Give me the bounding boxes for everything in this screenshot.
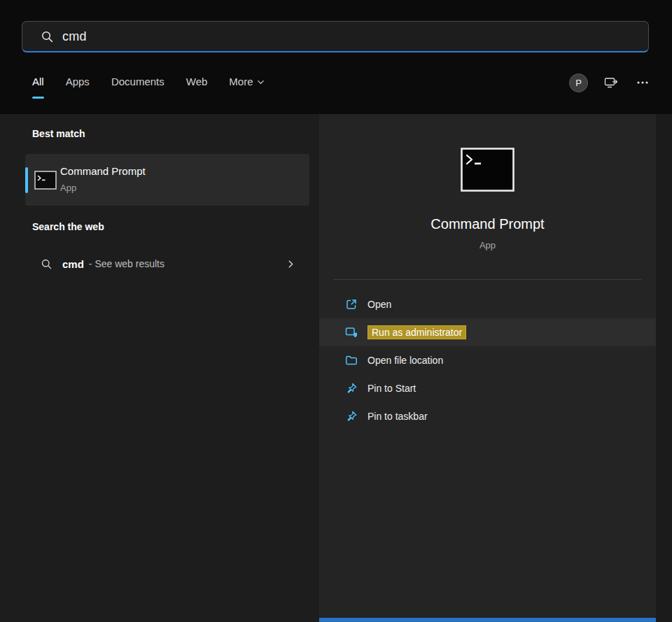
- tab-more[interactable]: More: [229, 73, 264, 99]
- preview-panel: Command Prompt App Open: [319, 114, 656, 622]
- action-open-file-location[interactable]: Open file location: [319, 346, 656, 374]
- action-pin-to-taskbar[interactable]: Pin to taskbar: [319, 402, 656, 430]
- context-actions: Open Run as administrator Open file: [319, 290, 656, 430]
- tab-apps[interactable]: Apps: [66, 73, 90, 99]
- search-value: cmd: [62, 29, 87, 44]
- web-result-suffix: - See web results: [89, 258, 164, 269]
- result-title: Command Prompt: [60, 165, 146, 177]
- pin-icon: [345, 410, 358, 423]
- more-options-icon[interactable]: [634, 74, 651, 91]
- best-match-heading: Best match: [32, 128, 85, 139]
- command-prompt-icon-large: [319, 148, 656, 192]
- search-header: cmd All Apps Documents Web More: [0, 0, 672, 114]
- action-pin-to-taskbar-label: Pin to taskbar: [368, 411, 428, 422]
- web-search-result[interactable]: cmd - See web results: [25, 249, 309, 278]
- result-subtitle: App: [60, 183, 76, 193]
- divider: [333, 279, 642, 280]
- folder-icon: [345, 354, 358, 367]
- avatar-letter: P: [575, 78, 582, 88]
- open-external-icon: [345, 298, 358, 311]
- tab-all[interactable]: All: [32, 73, 44, 99]
- tab-all-label: All: [32, 76, 44, 87]
- search-input[interactable]: cmd: [22, 21, 649, 52]
- action-pin-to-start[interactable]: Pin to Start: [319, 374, 656, 402]
- header-icons: P: [569, 72, 651, 93]
- action-run-as-administrator[interactable]: Run as administrator: [319, 318, 656, 346]
- tab-documents[interactable]: Documents: [111, 73, 164, 99]
- search-web-heading: Search the web: [32, 221, 104, 232]
- chevron-right-icon: [286, 260, 295, 269]
- chevron-down-icon: [257, 78, 265, 86]
- tab-web[interactable]: Web: [186, 73, 208, 99]
- search-icon: [41, 30, 54, 43]
- preview-subtitle: App: [319, 240, 656, 250]
- windows-search-flyout: cmd All Apps Documents Web More: [0, 0, 672, 622]
- action-open[interactable]: Open: [319, 290, 656, 318]
- share-screen-icon[interactable]: [602, 73, 620, 92]
- tab-documents-label: Documents: [111, 76, 164, 87]
- account-avatar[interactable]: P: [569, 73, 588, 92]
- command-prompt-icon: [34, 171, 57, 190]
- search-icon: [41, 258, 52, 270]
- preview-title: Command Prompt: [319, 216, 656, 232]
- selection-accent-bar: [25, 167, 28, 193]
- action-run-as-administrator-label: Run as administrator: [368, 325, 466, 339]
- tab-web-label: Web: [186, 76, 208, 87]
- results-panel: Best match Command Prompt App Search the…: [0, 114, 319, 622]
- action-open-file-location-label: Open file location: [368, 355, 443, 366]
- pin-icon: [345, 382, 358, 395]
- tab-apps-label: Apps: [66, 76, 90, 87]
- run-as-admin-icon: [345, 326, 358, 339]
- tab-more-label: More: [229, 76, 253, 87]
- web-result-query: cmd: [62, 258, 84, 270]
- action-open-label: Open: [368, 299, 391, 310]
- taskbar-edge: [319, 618, 656, 622]
- filter-tabs: All Apps Documents Web More: [32, 73, 265, 99]
- best-match-result[interactable]: Command Prompt App: [25, 154, 309, 206]
- action-pin-to-start-label: Pin to Start: [368, 383, 416, 394]
